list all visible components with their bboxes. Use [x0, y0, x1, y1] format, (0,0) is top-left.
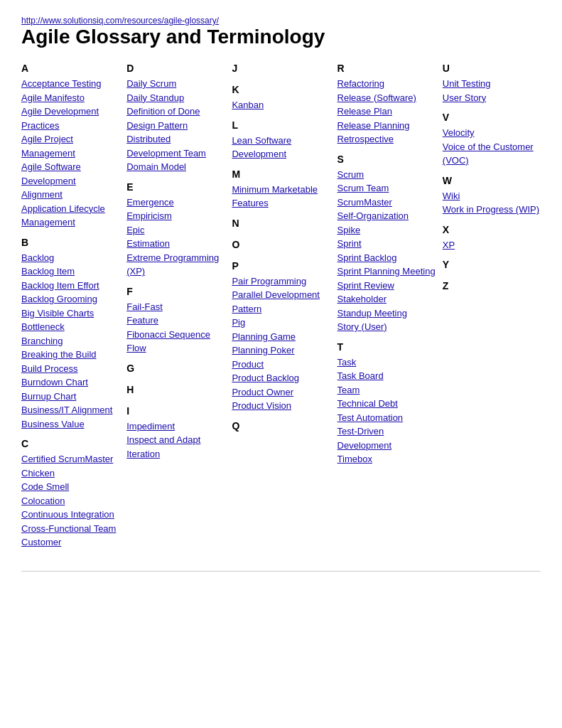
glossary-term-link[interactable]: Planning Poker [232, 343, 330, 358]
column-2: DDaily ScrumDaily StandupDefinition of D… [126, 63, 225, 550]
glossary-term-link[interactable]: Cross-Functional Team [21, 522, 119, 536]
glossary-term-link[interactable]: Estimation [126, 237, 225, 251]
glossary-term-link[interactable]: Refactoring [337, 77, 436, 91]
glossary-term-link[interactable]: Definition of Done [126, 105, 225, 119]
glossary-term-link[interactable]: Product Backlog [232, 371, 330, 385]
glossary-term-link[interactable]: Release Planning [337, 119, 436, 133]
glossary-term-link[interactable]: Fibonacci Sequence [126, 328, 225, 342]
glossary-term-link[interactable]: Test-Driven Development [337, 424, 436, 452]
glossary-term-link[interactable]: Release Plan [337, 105, 436, 119]
glossary-term-link[interactable]: Technical Debt [337, 397, 436, 411]
glossary-term-link[interactable]: Retrospective [337, 132, 436, 146]
glossary-term-link[interactable]: Backlog [21, 251, 119, 265]
letter-P: P [232, 260, 330, 272]
glossary-term-link[interactable]: Backlog Item Effort [21, 279, 119, 293]
glossary-term-link[interactable]: Extreme Programming (XP) [126, 251, 225, 279]
glossary-term-link[interactable]: Business Value [21, 417, 119, 432]
glossary-term-link[interactable]: Bottleneck [21, 320, 119, 334]
glossary-term-link[interactable]: Wiki [443, 189, 541, 203]
glossary-term-link[interactable]: Daily Standup [126, 91, 225, 105]
glossary-term-link[interactable]: Customer [21, 535, 119, 550]
letter-R: R [337, 63, 436, 74]
glossary-term-link[interactable]: Inspect and Adapt [126, 433, 225, 447]
glossary-term-link[interactable]: Business/IT Alignment [21, 403, 119, 417]
glossary-term-link[interactable]: Agile Development Practices [21, 105, 119, 132]
glossary-term-link[interactable]: Story (User) [337, 320, 436, 334]
letter-J: J [232, 63, 330, 74]
glossary-term-link[interactable]: Lean Software Development [232, 134, 330, 161]
glossary-term-link[interactable]: Pair Programming [232, 274, 330, 289]
url-bar[interactable]: http://www.solutionsiq.com/resources/agi… [21, 14, 541, 26]
glossary-term-link[interactable]: Burndown Chart [21, 375, 119, 390]
glossary-term-link[interactable]: Domain Model [126, 160, 225, 174]
glossary-term-link[interactable]: ScrumMaster [337, 196, 436, 210]
glossary-term-link[interactable]: Spike [337, 223, 436, 237]
glossary-term-link[interactable]: Iteration [126, 447, 225, 461]
glossary-term-link[interactable]: Impediment [126, 419, 225, 434]
glossary-term-link[interactable]: Velocity [443, 126, 541, 140]
glossary-term-link[interactable]: Sprint Review [337, 279, 436, 293]
glossary-term-link[interactable]: Release (Software) [337, 91, 436, 105]
letter-X: X [443, 224, 541, 235]
glossary-term-link[interactable]: Sprint Backlog [337, 251, 436, 265]
glossary-term-link[interactable]: Big Visible Charts [21, 306, 119, 321]
glossary-term-link[interactable]: Agile Manifesto [21, 91, 119, 105]
glossary-term-link[interactable]: Planning Game [232, 330, 330, 344]
glossary-term-link[interactable]: Kanban [232, 98, 330, 112]
column-3: JKKanbanLLean Software DevelopmentMMinim… [232, 63, 330, 550]
glossary-term-link[interactable]: Fail-Fast [126, 300, 225, 314]
letter-A: A [21, 63, 119, 74]
glossary-term-link[interactable]: Product Vision [232, 399, 330, 413]
glossary-term-link[interactable]: Agile Project Management [21, 132, 119, 160]
glossary-term-link[interactable]: Emergence [126, 196, 225, 210]
glossary-term-link[interactable]: Application Lifecycle Management [21, 202, 119, 230]
glossary-term-link[interactable]: Task Board [337, 369, 436, 383]
glossary-term-link[interactable]: Code Smell [21, 480, 119, 494]
glossary-term-link[interactable]: Backlog Grooming [21, 292, 119, 306]
glossary-term-link[interactable]: Parallel Development Pattern [232, 288, 330, 316]
glossary-term-link[interactable]: Colocation [21, 494, 119, 508]
glossary-term-link[interactable]: Epic [126, 223, 225, 237]
glossary-term-link[interactable]: Backlog Item [21, 264, 119, 279]
glossary-term-link[interactable]: User Story [443, 91, 541, 105]
glossary-term-link[interactable]: Sprint Planning Meeting [337, 264, 436, 279]
glossary-term-link[interactable]: Agile Software Development [21, 160, 119, 188]
glossary-term-link[interactable]: Test Automation [337, 411, 436, 425]
letter-Y: Y [443, 259, 541, 270]
glossary-term-link[interactable]: Timebox [337, 452, 436, 466]
glossary-term-link[interactable]: Feature [126, 314, 225, 328]
glossary-term-link[interactable]: Branching [21, 334, 119, 348]
glossary-term-link[interactable]: Unit Testing [443, 77, 541, 91]
glossary-term-link[interactable]: Stakeholder [337, 292, 436, 306]
glossary-term-link[interactable]: Daily Scrum [126, 77, 225, 91]
glossary-term-link[interactable]: Sprint [337, 237, 436, 251]
glossary-term-link[interactable]: XP [443, 238, 541, 252]
glossary-term-link[interactable]: Product Owner [232, 385, 330, 400]
glossary-term-link[interactable]: Standup Meeting [337, 306, 436, 321]
glossary-term-link[interactable]: Task [337, 355, 436, 370]
glossary-term-link[interactable]: Product [232, 358, 330, 372]
glossary-term-link[interactable]: Flow [126, 341, 225, 355]
column-4: RRefactoringRelease (Software)Release Pl… [337, 63, 436, 550]
glossary-term-link[interactable]: Continuous Integration [21, 508, 119, 522]
glossary-term-link[interactable]: Work in Progress (WIP) [443, 203, 541, 217]
glossary-term-link[interactable]: Breaking the Build [21, 348, 119, 362]
glossary-term-link[interactable]: Scrum [337, 168, 436, 182]
glossary-term-link[interactable]: Self-Organization [337, 209, 436, 223]
glossary-term-link[interactable]: Scrum Team [337, 181, 436, 196]
glossary-term-link[interactable]: Acceptance Testing [21, 77, 119, 91]
glossary-term-link[interactable]: Alignment [21, 188, 119, 202]
letter-T: T [337, 341, 436, 353]
glossary-term-link[interactable]: Burnup Chart [21, 390, 119, 404]
glossary-term-link[interactable]: Design Pattern [126, 119, 225, 133]
glossary-term-link[interactable]: Team [337, 383, 436, 397]
glossary-term-link[interactable]: Empiricism [126, 209, 225, 223]
glossary-term-link[interactable]: Build Process [21, 362, 119, 376]
glossary-term-link[interactable]: Certified ScrumMaster [21, 452, 119, 466]
glossary-term-link[interactable]: Distributed Development Team [126, 132, 225, 160]
glossary-term-link[interactable]: Voice of the Customer (VOC) [443, 140, 541, 168]
glossary-term-link[interactable]: Minimum Marketable Features [232, 183, 330, 210]
glossary-term-link[interactable]: Chicken [21, 466, 119, 481]
glossary-term-link[interactable]: Pig [232, 316, 330, 330]
url-link[interactable]: http://www.solutionsiq.com/resources/agi… [21, 16, 219, 26]
